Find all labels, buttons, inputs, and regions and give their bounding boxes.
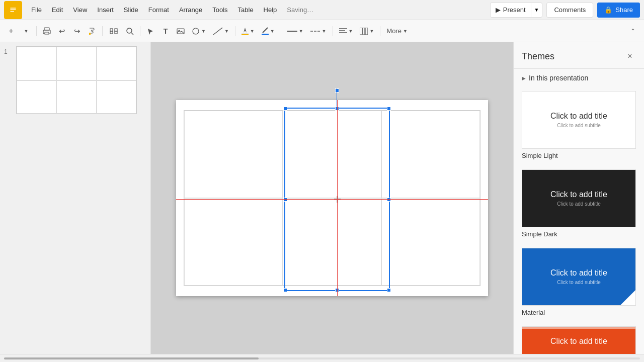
streamline-top-bar [522, 327, 635, 329]
border-dash-dropdown[interactable]: ▼ [307, 24, 330, 38]
more-label: More [386, 27, 401, 35]
text-button[interactable]: T [158, 24, 173, 38]
table-cell-2-1[interactable] [184, 198, 283, 286]
theme-simple-light-preview[interactable]: Click to add title Click to add subtitle [522, 91, 636, 149]
slide-table[interactable] [184, 110, 480, 286]
theme-simple-light-item: Click to add title Click to add subtitle… [514, 87, 644, 165]
svg-point-16 [193, 28, 199, 34]
app-logo [4, 1, 22, 19]
svg-rect-9 [115, 29, 117, 31]
menu-view[interactable]: View [69, 4, 91, 16]
redo-button[interactable]: ↪ [70, 24, 84, 38]
share-button[interactable]: 🔒 Share [597, 3, 640, 18]
menu-bar: File Edit View Insert Slide Format Arran… [0, 0, 644, 20]
in-presentation-toggle[interactable]: ▶ In this presentation [514, 69, 644, 87]
rotate-handle[interactable] [335, 88, 339, 93]
svg-rect-11 [115, 31, 117, 34]
present-main-button[interactable]: ▶ Present [491, 3, 531, 17]
thumb-cell-6 [97, 80, 136, 114]
main-area: 1 [0, 42, 644, 354]
shape-dropdown[interactable]: ▼ [189, 24, 209, 38]
horizontal-guide [176, 199, 488, 200]
table-cell-1-2[interactable] [283, 111, 381, 198]
zoom-fit-button[interactable] [106, 24, 122, 38]
paint-format-button[interactable] [85, 24, 99, 38]
slide-thumbnail-1[interactable]: 1 [4, 46, 146, 114]
theme-streamline-preview[interactable]: Click to add title [522, 326, 636, 354]
fill-color-dropdown[interactable]: ▼ [238, 24, 258, 38]
menu-arrange[interactable]: Arrange [175, 4, 206, 16]
collapse-toolbar-button[interactable]: ⌃ [626, 24, 640, 38]
theme-simple-light-name: Simple Light [522, 152, 636, 159]
in-presentation-label: In this presentation [529, 74, 588, 82]
svg-rect-2 [11, 9, 16, 10]
svg-rect-8 [110, 29, 113, 31]
svg-rect-4 [44, 28, 49, 30]
toolbar-separator-7 [380, 26, 380, 36]
theme-sd-title: Click to add title [550, 190, 607, 199]
slide-number-1: 1 [4, 46, 12, 55]
menu-help[interactable]: Help [260, 4, 281, 16]
menu-tools[interactable]: Tools [208, 4, 231, 16]
border-weight-dropdown[interactable]: ▼ [284, 24, 306, 38]
resize-handle-bottom-right[interactable] [387, 288, 391, 292]
menu-slide[interactable]: Slide [120, 4, 142, 16]
theme-sl-subtitle: Click to add subtitle [557, 123, 601, 128]
svg-point-12 [127, 28, 132, 33]
menu-table[interactable]: Table [234, 4, 258, 16]
table-cell-2-2[interactable] [283, 198, 381, 286]
present-dropdown-button[interactable]: ▼ [531, 3, 542, 17]
theme-sd-subtitle: Click to add subtitle [557, 201, 601, 207]
border-color-dropdown[interactable]: ▼ [259, 24, 278, 38]
theme-simple-dark-preview[interactable]: Click to add title Click to add subtitle [522, 169, 636, 227]
menu-format[interactable]: Format [144, 4, 173, 16]
present-icon: ▶ [496, 6, 501, 14]
theme-mat-subtitle: Click to add subtitle [557, 280, 601, 285]
add-slide-dropdown[interactable]: ▼ [19, 24, 33, 38]
thumb-cell-4 [17, 80, 56, 114]
themes-close-button[interactable]: × [624, 50, 636, 62]
menu-insert[interactable]: Insert [93, 4, 118, 16]
print-button[interactable] [40, 24, 54, 38]
svg-rect-28 [365, 28, 368, 35]
svg-rect-1 [11, 8, 16, 8]
present-arrow-icon: ▼ [534, 7, 539, 13]
theme-simple-dark-name: Simple Dark [522, 230, 636, 238]
saving-status: Saving… [287, 6, 313, 14]
line-dropdown[interactable]: ▼ [210, 24, 232, 38]
undo-button[interactable]: ↩ [55, 24, 69, 38]
theme-simple-dark-item: Click to add title Click to add subtitle… [514, 165, 644, 244]
themes-header: Themes × [514, 42, 644, 69]
cursor-button[interactable] [143, 24, 157, 38]
image-button[interactable] [174, 24, 188, 38]
align-dropdown[interactable]: ▼ [336, 24, 356, 38]
toolbar-separator-2 [102, 26, 103, 36]
canvas-area[interactable]: ✛ [151, 42, 513, 354]
slide-canvas[interactable]: ✛ [176, 100, 488, 296]
svg-rect-3 [11, 11, 14, 11]
menu-edit[interactable]: Edit [48, 4, 67, 16]
table-cell-1-1[interactable] [184, 111, 283, 198]
resize-handle-bottom-left[interactable] [283, 288, 287, 292]
zoom-button[interactable] [123, 24, 137, 38]
theme-material-preview[interactable]: Click to add title Click to add subtitle [522, 248, 636, 306]
svg-line-17 [213, 28, 222, 35]
svg-rect-10 [110, 31, 113, 34]
theme-material-name: Material [522, 309, 636, 316]
table-cell-1-3[interactable] [381, 111, 480, 198]
toolbar-separator-6 [333, 26, 333, 36]
column-dropdown[interactable]: ▼ [357, 24, 377, 38]
share-lock-icon: 🔒 [604, 6, 612, 14]
theme-sl-title: Click to add title [550, 112, 607, 121]
table-cell-2-3[interactable] [381, 198, 480, 286]
present-label: Present [503, 6, 526, 14]
present-button-group: ▶ Present ▼ [490, 3, 543, 18]
menu-file[interactable]: File [27, 4, 46, 16]
toolbar-separator-5 [281, 26, 281, 36]
comments-button[interactable]: Comments [546, 3, 593, 18]
add-slide-button[interactable]: + [4, 24, 18, 38]
thumb-cell-5 [56, 80, 96, 114]
more-dropdown[interactable]: More ▼ [383, 24, 411, 38]
material-corner-fold [620, 290, 635, 305]
vertical-guide [337, 100, 338, 296]
